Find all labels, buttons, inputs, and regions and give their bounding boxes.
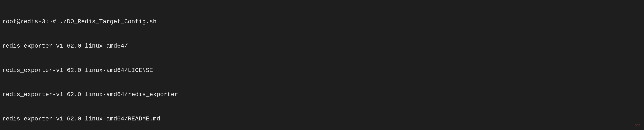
output-line: redis_exporter-v1.62.0.linux-amd64/LICEN… [2,66,642,74]
output-line: redis_exporter-v1.62.0.linux-amd64/ [2,42,642,50]
terminal-output[interactable]: root@redis-3:~# ./DO_Redis_Target_Config… [2,2,642,130]
output-line: redis_exporter-v1.62.0.linux-amd64/redis… [2,90,642,98]
command-text: ./DO_Redis_Target_Config.sh [60,18,156,25]
command-line-1: root@redis-3:~# ./DO_Redis_Target_Config… [2,18,642,26]
output-line: redis_exporter-v1.62.0.linux-amd64/READM… [2,115,642,123]
watermark-text: php [635,123,640,128]
shell-prompt: root@redis-3:~# [2,18,56,25]
